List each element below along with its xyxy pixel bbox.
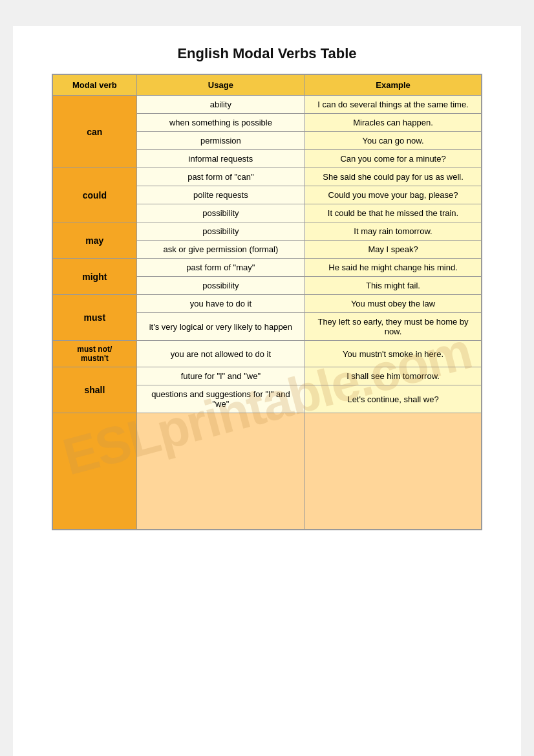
usage-cell: you are not allowed to do it [136, 341, 304, 367]
example-cell: Could you move your bag, please? [305, 186, 482, 204]
usage-cell: possibility [136, 222, 304, 241]
empty-example [305, 413, 482, 530]
table-row: may possibility It may rain tomorrow. [52, 222, 482, 241]
usage-cell: ask or give permission (formal) [136, 241, 304, 259]
example-cell: I shall see him tomorrow. [305, 367, 482, 385]
example-cell: He said he might change his mind. [305, 259, 482, 277]
usage-cell: past form of "may" [136, 259, 304, 277]
usage-cell: past form of "can" [136, 168, 304, 186]
example-cell: Miracles can happen. [305, 114, 482, 132]
page-title: English Modal Verbs Table [52, 45, 482, 62]
table-row: can ability I can do several things at t… [52, 96, 482, 114]
example-cell: You can go now. [305, 132, 482, 150]
usage-cell: future for "I" and "we" [136, 367, 304, 385]
usage-cell: polite requests [136, 186, 304, 204]
example-cell: It may rain tomorrow. [305, 222, 482, 241]
usage-cell: when something is possible [136, 114, 304, 132]
table-row: could past form of "can" She said she co… [52, 168, 482, 186]
page: ESLprintable.com English Modal Verbs Tab… [13, 26, 521, 756]
table-row-empty [52, 413, 482, 530]
example-cell: Can you come for a minute? [305, 150, 482, 168]
header-example: Example [305, 74, 482, 96]
usage-cell: questions and suggestions for "I" and "w… [136, 385, 304, 413]
empty-usage [136, 413, 304, 530]
usage-cell: you have to do it [136, 295, 304, 313]
example-cell: She said she could pay for us as well. [305, 168, 482, 186]
modal-verb-might: might [52, 259, 136, 295]
usage-cell: possibility [136, 277, 304, 295]
table-row: might past form of "may" He said he migh… [52, 259, 482, 277]
modal-verb-could: could [52, 168, 136, 222]
modal-verb-may: may [52, 222, 136, 259]
example-cell: They left so early, they must be home by… [305, 313, 482, 341]
example-cell: You must obey the law [305, 295, 482, 313]
usage-cell: it's very logical or very likely to happ… [136, 313, 304, 341]
usage-cell: informal requests [136, 150, 304, 168]
example-cell: May I speak? [305, 241, 482, 259]
example-cell: I can do several things at the same time… [305, 96, 482, 114]
table-row: must not/mustn't you are not allowed to … [52, 341, 482, 367]
modal-verb-can: can [52, 96, 136, 168]
usage-cell: possibility [136, 204, 304, 222]
modal-verb-must: must [52, 295, 136, 341]
example-cell: You mustn't smoke in here. [305, 341, 482, 367]
usage-cell: ability [136, 96, 304, 114]
modal-verbs-table: Modal verb Usage Example can ability I c… [52, 74, 482, 530]
usage-cell: permission [136, 132, 304, 150]
example-cell: Let's continue, shall we? [305, 385, 482, 413]
example-cell: This might fail. [305, 277, 482, 295]
modal-verb-mustnt: must not/mustn't [52, 341, 136, 367]
table-row: shall future for "I" and "we" I shall se… [52, 367, 482, 385]
table-row: must you have to do it You must obey the… [52, 295, 482, 313]
modal-verb-shall: shall [52, 367, 136, 413]
example-cell: It could be that he missed the train. [305, 204, 482, 222]
header-usage: Usage [136, 74, 304, 96]
empty-modal [52, 413, 136, 530]
header-modal: Modal verb [52, 74, 136, 96]
